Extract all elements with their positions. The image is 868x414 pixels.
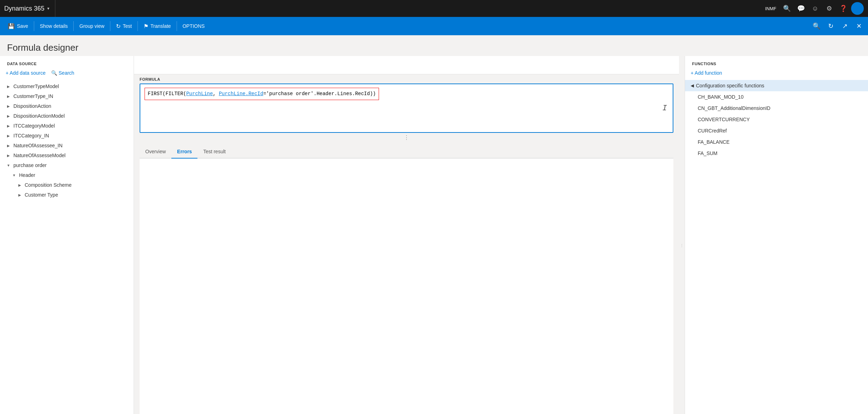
- tree-item-CustomerType[interactable]: ▶ Customer Type: [0, 190, 134, 200]
- toolbar-search-icon[interactable]: 🔍: [810, 20, 823, 32]
- save-icon: 💾: [8, 23, 15, 30]
- add-data-source-label: + Add data source: [6, 70, 45, 76]
- toolbar-separator-3: [110, 21, 110, 31]
- tree-item-CompositionScheme[interactable]: ▶ Composition Scheme: [0, 180, 134, 190]
- test-icon: ↻: [116, 23, 121, 30]
- vertical-resize-handle[interactable]: ⋮: [134, 133, 679, 142]
- translate-label: Translate: [151, 23, 171, 29]
- formula-editor[interactable]: FIRST(FILTER(PurchLine, PurchLine.RecId=…: [140, 84, 673, 133]
- test-button[interactable]: ↻ Test: [111, 17, 137, 35]
- tree-label-CustomerType_IN: CustomerType_IN: [13, 93, 128, 99]
- page-title-area: Formula designer: [0, 35, 868, 56]
- tree-label-CompositionScheme: Composition Scheme: [25, 182, 128, 188]
- fn-item-label-CURCredRef: CURCredRef: [698, 128, 727, 134]
- tree-label-purchase-order: purchase order: [13, 162, 128, 168]
- group-view-button[interactable]: Group view: [74, 17, 109, 35]
- tab-content-errors: [140, 159, 673, 414]
- fn-item-CURCredRef[interactable]: CURCredRef: [685, 125, 868, 136]
- tree-item-CustomerType_IN[interactable]: ▶ CustomerType_IN: [0, 91, 134, 101]
- formula-editor-inner: FIRST(FILTER(PurchLine, PurchLine.RecId=…: [145, 88, 379, 100]
- app-title: Dynamics 365: [4, 5, 44, 12]
- show-details-button[interactable]: Show details: [35, 17, 73, 35]
- test-label: Test: [123, 23, 132, 29]
- formula-search-bar: [134, 56, 679, 74]
- add-function-button[interactable]: + Add function: [691, 70, 862, 76]
- smiley-icon[interactable]: ☺: [809, 2, 821, 15]
- resize-handle-icon: ⋮: [680, 243, 684, 247]
- tenant-label: INMF: [762, 6, 779, 11]
- toolbar-separator-4: [137, 21, 138, 31]
- fn-item-CN_GBT_AdditionalDimensionID[interactable]: CN_GBT_AdditionalDimensionID: [685, 103, 868, 114]
- data-source-title: DATA SOURCE: [0, 56, 134, 69]
- fn-item-label-FA_BALANCE: FA_BALANCE: [698, 139, 729, 145]
- top-nav-right: INMF 🔍 💬 ☺ ⚙ ❓: [762, 2, 864, 15]
- fn-item-label-CONVERTCURRENCY: CONVERTCURRENCY: [698, 117, 750, 122]
- bottom-section: Overview Errors Test result: [134, 142, 679, 414]
- chevron-DispositionActionModel: ▶: [6, 114, 11, 118]
- tree-item-DispositionActionModel[interactable]: ▶ DispositionActionModel: [0, 111, 134, 121]
- tree-item-DispositionAction[interactable]: ▶ DispositionAction: [0, 101, 134, 111]
- fn-item-CONVERTCURRENCY[interactable]: CONVERTCURRENCY: [685, 114, 868, 125]
- formula-cursor: I: [662, 104, 667, 113]
- toolbar: 💾 Save Show details Group view ↻ Test ⚑ …: [0, 17, 868, 35]
- fn-item-CH_BANK_MOD_10[interactable]: CH_BANK_MOD_10: [685, 91, 868, 103]
- toolbar-separator-5: [177, 21, 177, 31]
- search-data-source-button[interactable]: 🔍 Search: [51, 70, 74, 76]
- toolbar-separator-1: [34, 21, 34, 31]
- tree-item-NatureOfAssessee_IN[interactable]: ▶ NatureOfAssessee_IN: [0, 141, 134, 150]
- tree-item-ITCCategory_IN[interactable]: ▶ ITCCategory_IN: [0, 131, 134, 141]
- user-avatar[interactable]: [851, 2, 864, 15]
- fn-item-FA_SUM[interactable]: FA_SUM: [685, 148, 868, 159]
- chevron-ITCCategory_IN: ▶: [6, 134, 11, 138]
- toolbar-close-icon[interactable]: ✕: [852, 20, 865, 32]
- translate-button[interactable]: ⚑ Translate: [139, 17, 176, 35]
- data-source-panel: DATA SOURCE + Add data source 🔍 Search ▶…: [0, 56, 134, 414]
- settings-icon[interactable]: ⚙: [823, 2, 836, 15]
- tree-label-NatureOfAssessee_IN: NatureOfAssessee_IN: [13, 143, 128, 148]
- chevron-DispositionAction: ▶: [6, 104, 11, 108]
- add-function-label: + Add function: [691, 70, 722, 76]
- tree-label-DispositionActionModel: DispositionActionModel: [13, 113, 128, 119]
- resize-dots-icon: ⋮: [404, 134, 409, 141]
- search-icon[interactable]: 🔍: [781, 2, 793, 15]
- tab-overview[interactable]: Overview: [140, 145, 171, 159]
- toolbar-separator-2: [73, 21, 74, 31]
- message-icon[interactable]: 💬: [795, 2, 807, 15]
- tree-label-CustomerTypeModel: CustomerTypeModel: [13, 84, 128, 89]
- toolbar-refresh-icon[interactable]: ↻: [824, 20, 837, 32]
- chevron-Header: ▼: [11, 173, 17, 177]
- app-brand[interactable]: Dynamics 365 ▾: [4, 0, 55, 17]
- chevron-NatureOfAssesseModel: ▶: [6, 154, 11, 157]
- functions-actions: + Add function: [685, 69, 868, 80]
- horizontal-resize-handle[interactable]: ⋮: [679, 56, 685, 414]
- tab-test-result[interactable]: Test result: [197, 145, 231, 159]
- show-details-label: Show details: [40, 23, 68, 29]
- data-source-actions: + Add data source 🔍 Search: [0, 69, 134, 80]
- toolbar-external-icon[interactable]: ↗: [838, 20, 851, 32]
- options-label: OPTIONS: [183, 23, 205, 29]
- tree-label-DispositionAction: DispositionAction: [13, 103, 128, 109]
- page-title: Formula designer: [7, 42, 861, 53]
- group-view-label: Group view: [79, 23, 104, 29]
- save-button[interactable]: 💾 Save: [3, 17, 33, 35]
- tree-item-CustomerTypeModel[interactable]: ▶ CustomerTypeModel: [0, 81, 134, 91]
- tree-label-ITCCategory_IN: ITCCategory_IN: [13, 133, 128, 138]
- tab-errors[interactable]: Errors: [171, 145, 197, 159]
- fn-group-config-specific[interactable]: ◀ Configuration specific functions: [685, 80, 868, 91]
- search-icon: 🔍: [51, 70, 57, 76]
- functions-tree: ◀ Configuration specific functions CH_BA…: [685, 80, 868, 414]
- formula-text: FIRST(FILTER(PurchLine, PurchLine.RecId=…: [148, 91, 376, 97]
- tree-item-NatureOfAssesseModel[interactable]: ▶ NatureOfAssesseModel: [0, 150, 134, 160]
- tree-label-Header: Header: [19, 172, 128, 178]
- translate-icon: ⚑: [143, 23, 148, 30]
- fn-item-FA_BALANCE[interactable]: FA_BALANCE: [685, 136, 868, 148]
- help-icon[interactable]: ❓: [837, 2, 850, 15]
- tree-item-ITCCategoryModel[interactable]: ▶ ITCCategoryModel: [0, 121, 134, 131]
- tree-item-purchase-order[interactable]: ▼ purchase order: [0, 160, 134, 170]
- chevron-CompositionScheme: ▶: [17, 183, 23, 187]
- tree-item-Header[interactable]: ▼ Header: [0, 170, 134, 180]
- options-button[interactable]: OPTIONS: [178, 17, 210, 35]
- add-data-source-button[interactable]: + Add data source: [6, 70, 45, 76]
- fn-group-chevron: ◀: [691, 83, 694, 88]
- fn-item-label-CN_GBT: CN_GBT_AdditionalDimensionID: [698, 105, 770, 111]
